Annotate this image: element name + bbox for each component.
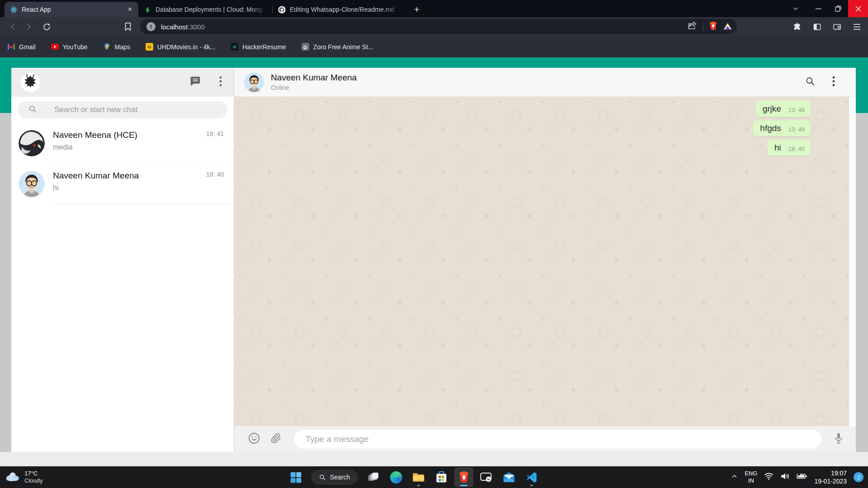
tab-github[interactable]: Editing Whatsapp-Clone/Readme.md [273,2,406,17]
message-time: 13: 48 [788,107,805,113]
mail-icon[interactable] [500,467,519,487]
task-view-button[interactable] [364,467,383,487]
new-chat-icon[interactable] [189,75,201,89]
conversation-header: Naveen Kumar Meena Online [234,68,856,97]
message-input-bar [234,426,856,452]
maximize-button[interactable] [828,0,848,17]
bookmark-uhdmovies[interactable]: U UHDMovies.in - 4k... [146,43,215,51]
sidebar-panel-icon[interactable] [809,19,825,34]
chat-name: Naveen Kumar Meena [53,171,224,181]
close-button[interactable] [848,0,868,17]
window-controls [788,0,868,17]
tray-chevron-up-icon[interactable] [731,473,738,482]
tab-search-chevron-icon[interactable] [788,0,804,17]
message-text: hfgds [760,123,781,133]
file-explorer-icon[interactable] [409,467,428,487]
weather-condition: Cloudy [24,477,42,484]
bookmark-gmail[interactable]: Gmail [7,43,36,51]
volume-icon[interactable] [780,472,790,482]
site-info-icon[interactable]: ! [146,22,156,31]
hackerresume-icon: H [231,43,238,51]
messages-scrollbar[interactable] [849,97,856,426]
new-tab-button[interactable]: + [410,3,424,16]
chat-preview: hi [53,184,224,192]
cloud-icon [5,471,20,483]
tab-react-app[interactable]: React App × [5,2,138,17]
tab-title: Database Deployments | Cloud: Mong [156,6,267,13]
edge-icon[interactable] [387,467,406,487]
search-input[interactable] [54,105,223,114]
back-icon[interactable] [5,19,21,34]
attach-icon[interactable] [270,432,282,446]
sidebar-header [11,68,234,97]
chat-list-item-naveen-meena-hce[interactable]: Naveen Meena (HCE) 18: 41 media [11,123,234,164]
message-time: 18: 40 [788,145,805,152]
mongodb-icon [144,6,151,14]
message-bubble[interactable]: hfgds 13: 48 [753,120,811,136]
clock[interactable]: 19:07 19-01-2023 [814,469,847,485]
tab-title: React App [22,6,123,13]
message-text: hi [774,143,781,153]
zoro-icon [302,43,309,51]
vscode-icon[interactable] [522,467,541,487]
message-time: 13: 48 [788,126,805,133]
browser-titlebar: React App × Database Deployments | Cloud… [0,0,868,17]
address-bar[interactable]: ! localhost:3000 [140,19,737,34]
bookmark-icon[interactable] [120,19,136,34]
reload-icon[interactable] [39,19,54,34]
chat-sidebar: Naveen Meena (HCE) 18: 41 media Naveen K… [11,68,234,452]
conversation-menu-dots-icon[interactable] [832,76,835,89]
message-bubble[interactable]: grjke 13: 48 [756,101,811,117]
bookmark-maps[interactable]: Maps [103,43,130,51]
my-profile-avatar[interactable] [20,72,40,92]
tray-time: 19:07 [831,469,847,477]
running-indicator [417,485,420,486]
maps-icon [103,43,111,51]
forward-icon[interactable] [21,19,36,34]
conversation-avatar[interactable] [244,72,264,92]
message-bubble[interactable]: hi 18: 40 [768,140,811,156]
wallet-icon[interactable] [829,19,844,34]
microsoft-store-icon[interactable] [432,467,451,487]
taskbar-search[interactable]: Search [311,470,358,484]
snipping-tool-icon[interactable] [477,467,496,487]
message-input-pill[interactable] [294,430,821,449]
tab-close-icon[interactable]: × [127,5,133,14]
taskbar-search-label: Search [330,474,350,481]
message-input[interactable] [306,434,810,444]
language-indicator[interactable]: ENG IN [745,470,757,484]
search-pill[interactable] [18,101,227,118]
brave-shields-icon[interactable] [709,21,717,33]
mic-icon[interactable] [833,432,844,446]
bookmarks-bar: Gmail YouTube Maps U UHDMovies.in - 4k..… [0,36,868,57]
whatsapp-clone-app: Naveen Meena (HCE) 18: 41 media Naveen K… [11,68,856,452]
menu-icon[interactable] [849,19,864,34]
active-running-indicator [460,485,467,486]
bookmark-hackerresume[interactable]: H HackerResume [231,43,286,51]
brave-icon[interactable] [454,467,473,487]
wifi-icon[interactable] [764,472,774,482]
separator [703,23,703,31]
url-text[interactable]: localhost:3000 [161,23,688,31]
bookmark-zoro[interactable]: Zoro Free Anime St... [302,43,373,51]
sidebar-search-section [11,97,234,123]
minimize-button[interactable] [808,0,828,17]
share-icon[interactable] [688,21,698,32]
notification-badge[interactable]: 2 [854,472,863,482]
message-area: grjke 13: 48 hfgds 13: 48 hi 18: 40 [234,97,856,426]
conversation-name: Naveen Kumar Meena [271,73,357,83]
sidebar-menu-dots-icon[interactable] [219,76,222,89]
page-localhost-3000: Naveen Meena (HCE) 18: 41 media Naveen K… [0,57,868,466]
battery-icon[interactable] [797,472,807,482]
start-button[interactable] [286,467,305,487]
chat-list-item-naveen-kumar-meena[interactable]: Naveen Kumar Meena 18: 40 hi [11,164,234,204]
message-text: grjke [763,104,781,114]
emoji-icon[interactable] [248,432,260,446]
tab-mongodb[interactable]: Database Deployments | Cloud: Mong [138,2,272,17]
brave-rewards-icon[interactable] [723,22,732,32]
weather-widget[interactable]: 17°C Cloudy [0,470,42,485]
extensions-icon[interactable] [789,19,805,34]
bookmark-youtube[interactable]: YouTube [51,43,88,51]
conversation-search-icon[interactable] [805,76,815,88]
gmail-icon [7,43,15,51]
